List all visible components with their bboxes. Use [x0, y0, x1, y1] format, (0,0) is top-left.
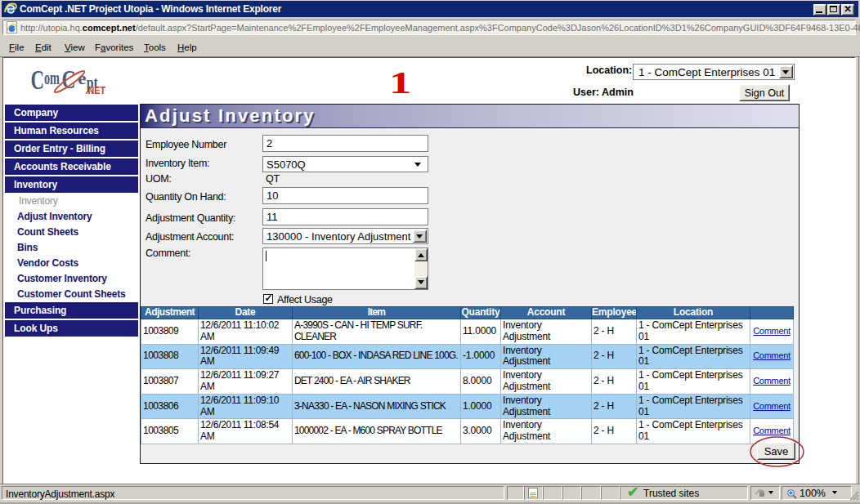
svg-text:.NET: .NET — [86, 85, 106, 96]
svg-text:om: om — [44, 68, 60, 88]
svg-text:C: C — [31, 65, 45, 95]
